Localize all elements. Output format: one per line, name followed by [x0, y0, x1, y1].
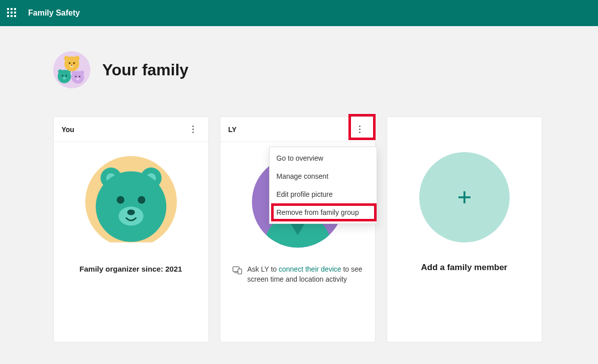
top-bar: Family Safety — [0, 0, 598, 26]
card-you: You — [53, 116, 209, 342]
app-title: Family Safety — [28, 9, 80, 18]
svg-point-27 — [138, 196, 145, 204]
family-logo-icon — [53, 51, 90, 88]
card-you-more-button[interactable] — [186, 123, 200, 137]
menu-item-overview[interactable]: Go to overview — [270, 149, 377, 167]
member-context-menu: Go to overview Manage consent Edit profi… — [269, 147, 377, 224]
page-title: Your family — [102, 61, 189, 79]
svg-point-5 — [65, 75, 67, 76]
svg-point-15 — [74, 56, 79, 61]
add-member-plus-icon — [419, 152, 510, 242]
cards-row: You — [53, 116, 545, 342]
svg-point-26 — [116, 196, 124, 204]
card-you-title: You — [62, 126, 74, 134]
svg-point-19 — [71, 65, 72, 66]
menu-item-remove[interactable]: Remove from family group — [270, 203, 377, 221]
svg-point-9 — [79, 70, 84, 75]
card-member-title: LY — [228, 126, 237, 134]
connect-device-link[interactable]: connect their device — [279, 265, 341, 273]
main-content: Your family You — [0, 26, 598, 342]
svg-point-29 — [127, 209, 135, 215]
svg-point-16 — [68, 62, 70, 64]
devices-icon — [232, 266, 243, 278]
card-you-caption: Family organizer since: 2021 — [79, 265, 182, 273]
card-member-more-button[interactable] — [353, 123, 367, 137]
ask-prefix: Ask LY to — [248, 265, 279, 273]
svg-point-4 — [61, 75, 63, 76]
svg-point-14 — [64, 56, 69, 61]
card-add-member[interactable]: Add a family member — [387, 116, 542, 342]
card-member-device-hint: Ask LY to connect their device to see sc… — [232, 265, 363, 284]
menu-item-edit-pic[interactable]: Edit profile picture — [270, 185, 377, 203]
svg-point-10 — [75, 76, 76, 77]
add-member-label: Add a family member — [421, 263, 508, 273]
menu-item-consent[interactable]: Manage consent — [270, 167, 377, 185]
page-header: Your family — [53, 51, 545, 88]
svg-point-11 — [78, 76, 80, 77]
svg-rect-35 — [237, 269, 242, 274]
app-launcher-icon[interactable] — [7, 8, 17, 18]
svg-rect-30 — [83, 242, 179, 250]
svg-point-6 — [63, 77, 66, 79]
svg-point-2 — [58, 69, 62, 74]
card-you-avatar-icon — [83, 154, 179, 250]
svg-point-12 — [76, 78, 79, 80]
svg-point-17 — [73, 62, 75, 64]
